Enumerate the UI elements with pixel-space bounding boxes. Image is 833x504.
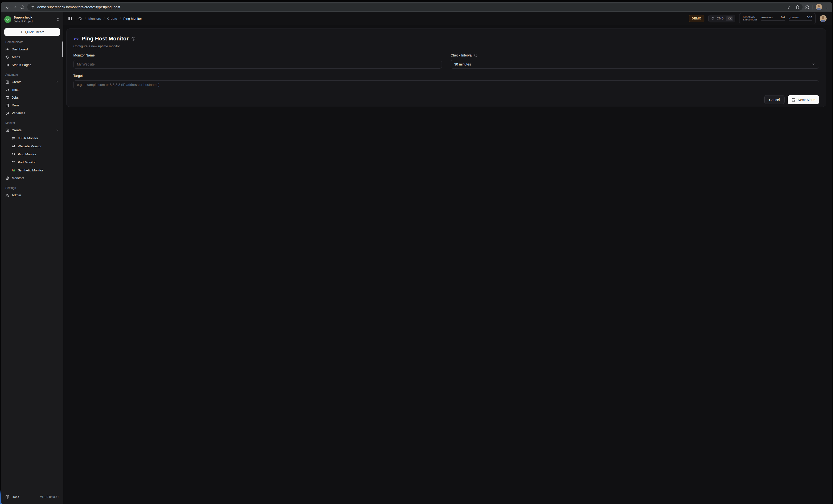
target-field: Target (73, 74, 416, 89)
sidebar-item-admin[interactable]: Admin (3, 191, 61, 199)
sidebar-scrollbar[interactable] (62, 41, 63, 57)
sidebar-item-status-pages[interactable]: Status Pages (3, 61, 61, 69)
breadcrumb-ping-monitor: Ping Monitor (123, 17, 142, 21)
browser-back-button[interactable] (4, 3, 11, 11)
user-cog-icon (5, 193, 9, 197)
project-subtitle: Default Project (14, 20, 33, 23)
monitor-name-input[interactable] (73, 60, 416, 69)
page-title: Ping Host Monitor (81, 35, 128, 42)
app-header: / Monitors / Create / Ping Monitor DEMO … (63, 12, 416, 25)
site-settings-icon[interactable] (30, 5, 34, 9)
bell-icon (5, 55, 9, 59)
sidebar-item-runs[interactable]: Runs (3, 101, 61, 109)
project-name: Supercheck (14, 16, 33, 20)
ethernet-port-icon (11, 160, 15, 164)
home-icon[interactable] (78, 17, 82, 21)
sidebar-item-variables[interactable]: Variables (3, 109, 61, 117)
header-divider (75, 17, 75, 21)
sidebar-item-synthetic-monitor[interactable]: Synthetic Monitor (9, 166, 61, 174)
monitor-name-label: Monitor Name (73, 53, 416, 57)
project-switcher[interactable]: Supercheck Default Project (1, 12, 63, 23)
calendar-clock-icon (5, 96, 9, 100)
arrows-swap-icon (11, 136, 15, 140)
create-monitor-card: Ping Host Monitor Configure a new uptime… (66, 28, 416, 107)
section-label-monitor: Monitor (3, 117, 61, 126)
chevron-down-icon (55, 128, 59, 132)
chevron-right-icon (55, 80, 59, 84)
browser-refresh-button[interactable] (19, 3, 26, 11)
project-check-icon (4, 16, 11, 23)
sidebar-item-ping-monitor[interactable]: Ping Monitor (9, 150, 61, 158)
breadcrumb-monitors[interactable]: Monitors (89, 17, 101, 21)
chart-column-icon (5, 47, 9, 51)
variable-icon (5, 111, 9, 115)
target-label: Target (73, 74, 416, 78)
monitor-create-submenu: HTTP Monitor Website Monitor Ping Monito… (7, 134, 61, 174)
sidebar-item-automate-create[interactable]: Create (3, 78, 61, 86)
browser-forward-button[interactable] (11, 3, 19, 11)
url-text[interactable]: demo.supercheck.io/monitors/create?type=… (37, 5, 416, 9)
sidebar-nav: Communicate Dashboard Alerts (1, 36, 63, 252)
browser-toolbar: demo.supercheck.io/monitors/create?type=… (1, 2, 416, 12)
square-plus-icon (5, 80, 9, 84)
plus-icon (20, 30, 23, 33)
clipboard-list-icon (5, 103, 9, 107)
info-icon[interactable] (131, 37, 136, 41)
theater-masks-icon (11, 168, 15, 172)
sidebar-item-http-monitor[interactable]: HTTP Monitor (9, 134, 61, 142)
globe-icon (5, 176, 9, 180)
sidebar-item-jobs[interactable]: Jobs (3, 94, 61, 101)
sidebar-item-monitor-create[interactable]: Create (3, 126, 61, 134)
section-label-automate: Automate (3, 69, 61, 78)
main-area: / Monitors / Create / Ping Monitor DEMO … (63, 12, 416, 252)
breadcrumb-create[interactable]: Create (107, 17, 117, 21)
code-icon (5, 88, 9, 92)
browser-window: demo.supercheck.io/monitors/create?type=… (1, 2, 416, 252)
sidebar-toggle-icon[interactable] (68, 16, 72, 21)
quick-create-button[interactable]: Quick Create (4, 28, 60, 36)
sidebar-item-monitors[interactable]: Monitors (3, 174, 61, 182)
sidebar-item-tests[interactable]: Tests (3, 86, 61, 94)
sidebar-item-alerts[interactable]: Alerts (3, 53, 61, 61)
target-input[interactable] (73, 80, 416, 89)
section-label-communicate: Communicate (3, 36, 61, 46)
browser-address-bar[interactable]: demo.supercheck.io/monitors/create?type=… (27, 3, 416, 11)
sidebar-item-port-monitor[interactable]: Port Monitor (9, 158, 61, 166)
chevrons-up-down-icon (56, 18, 60, 21)
laptop-icon (11, 144, 15, 148)
page-subtitle: Configure a new uptime monitor (73, 44, 416, 48)
square-plus-icon (5, 128, 9, 132)
monitor-name-field: Monitor Name (73, 53, 416, 69)
status-bars-icon (5, 63, 9, 67)
ping-icon (11, 152, 15, 156)
ping-monitor-icon (73, 36, 79, 42)
sidebar-item-website-monitor[interactable]: Website Monitor (9, 142, 61, 150)
section-label-settings: Settings (3, 182, 61, 191)
sidebar-item-dashboard[interactable]: Dashboard (3, 46, 61, 53)
breadcrumb: / Monitors / Create / Ping Monitor (78, 17, 142, 21)
sidebar: Supercheck Default Project Quick Create … (1, 12, 63, 252)
